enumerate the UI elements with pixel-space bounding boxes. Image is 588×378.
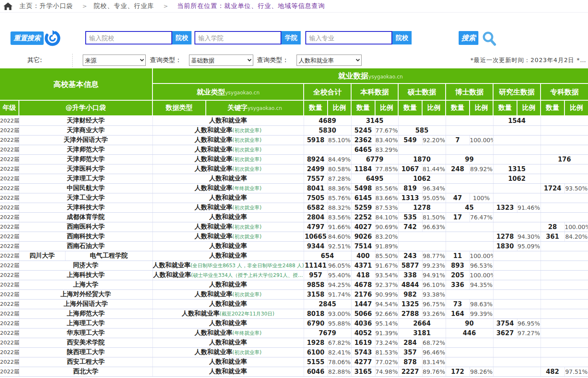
grade-cell: 2022届 [0,222,19,232]
table-row: 2022届天津师范大学人数和就业率(初次就业率)892484.49%677918… [0,154,588,164]
grade-cell: 2022届 [0,347,19,357]
update-time-note: *最近一次更新时间：2023年4月2日 *… [470,57,586,64]
ratio-cell: 89.76% [422,367,446,376]
table-row: 2022届西南医科大学人数和就业率(初次就业率)479791.66%402790… [0,222,588,232]
query-type-select[interactable]: 基础数据 [189,55,253,66]
ratio-cell: 96.46% [422,347,446,357]
data-type-cell: 人数和就业率 [152,174,304,183]
column-header-row: 年级 @升学小口袋 数据类型 关键字ysygaokao.cn 数量 比例 数量 … [0,100,588,116]
data-type-cell: 人数和就业率(全日制毕业生8653 人，非全日制毕业生2488 人) [152,261,304,270]
college-search-button[interactable]: 院校 [172,31,192,44]
count-cell: 549 [398,135,422,145]
count-cell [493,357,541,367]
ratio-cell: 81.44% [422,164,446,174]
header-ratio: 比例 [375,100,398,116]
ratio-cell: 92.66% [375,309,398,318]
ratio-cell: 91.46% [517,203,541,212]
table-row: 2022届陕西理工大学人数和就业率(初次就业率)610082.41%574381… [0,347,588,357]
count-cell [541,174,588,183]
ratio-cell: 95.05% [422,193,446,203]
header-employment-data: 就业数据ysygaokao.cn [152,68,588,83]
search-button[interactable]: 搜索 [459,31,478,45]
other-label: 其它: [27,56,42,64]
ratio-cell: 95.14% [375,318,398,328]
table-row: 2022届上海科技大学人数和就业率(硕士毕业生334人（授予上科大学位291人、… [0,270,588,280]
count-cell [446,289,493,299]
header-grade: 年级 [0,100,19,116]
count-cell: 248 [446,164,470,174]
breadcrumb-separator: > [163,3,168,9]
query-type2-select[interactable]: 人数和就业率 [297,55,362,66]
count-cell: 1067 [398,164,422,174]
count-cell: 2664 [398,318,446,328]
data-type-cell: 人数和就业率 [152,299,304,309]
data-type-cell: 人数和就业率(初次就业率) [152,347,304,357]
breadcrumb-library[interactable]: 院校、专业、行业库 [94,2,154,10]
count-cell: 6495 [351,174,398,183]
table-row: 2022届天津外国语大学人数和就业率(初次就业率)591885.10%23628… [0,135,588,145]
count-cell: 446 [446,328,493,338]
header-employment-type: 就业类型ysygaokao.cn [152,83,304,100]
table-row: 2022届西安美术学院人数和就业率192867.82%161973.24%284… [0,338,588,347]
ratio-cell: 100.00% [470,135,493,145]
count-cell [541,309,588,318]
header-ratio: 比例 [564,100,588,116]
ratio-cell: 93.50% [564,183,588,193]
table-row: 2022届中国民航大学人数和就业率(年终就业率)804188.36%549885… [0,183,588,193]
ratio-cell: 84.60% [328,232,351,241]
ratio-cell: 84.49% [328,154,351,164]
university-cell: 天津理工大学 [19,174,152,183]
count-cell: 7 [446,135,470,145]
data-type-cell: 人数和就业率(硕士毕业生334人（授予上科大学位291人、授… [152,270,304,280]
school-search-input[interactable] [194,31,281,44]
ratio-cell: 99.23% [422,261,446,270]
count-cell: 4371 [351,261,375,270]
ratio-cell: 76.47% [470,212,493,222]
table-row: 2022届上海师范大学人数和就业率(截至2022年11月30日)801893.0… [0,309,588,318]
count-cell [493,193,541,203]
data-type-cell: 人数和就业率(年终就业率) [152,328,304,338]
ratio-cell: 91.66% [328,222,351,232]
university-cell: 天津财经大学 [19,116,152,125]
data-type-cell: 人数和就业率 [152,241,304,251]
ratio-cell: 100.00% [564,222,588,232]
count-cell [493,367,541,376]
school-search-button[interactable]: 学院 [281,31,301,44]
major-search-button[interactable]: 院校 [392,31,412,44]
count-cell: 742 [398,222,422,232]
major-search-input[interactable] [305,31,392,44]
grade-cell: 2022届 [0,193,19,203]
reset-search-button[interactable]: 重置搜索 [10,31,44,45]
count-cell [493,183,541,193]
count-cell: 1830 [493,241,517,251]
ratio-cell: 94.91% [422,270,446,280]
ratio-cell: 96.53% [470,261,493,270]
breadcrumb-separator: > [82,3,87,9]
table-row: 2022届西北大学人数和就业率604682.88%316574.98%22278… [0,367,588,376]
data-type-cell: 人数和就业率 [152,193,304,203]
college-search-input[interactable] [85,31,172,44]
count-cell: 9858 [304,280,328,289]
data-type-cell: 人数和就业率(初次就业率) [152,222,304,232]
count-cell [541,145,588,154]
employment-table: 高校基本信息 就业数据ysygaokao.cn 就业类型ysygaokao.cn… [0,68,588,377]
count-cell [493,154,541,164]
count-cell: 7514 [351,241,375,251]
source-select[interactable]: 来源 [83,55,146,66]
count-cell: 90 [446,318,493,328]
university-cell: 天津医科大学 [19,164,152,174]
count-cell: 1544 [493,116,541,125]
refresh-icon[interactable] [45,30,60,46]
ratio-cell: 96.63% [422,222,446,232]
breadcrumb-home[interactable]: 主页：升学小口袋 [19,2,73,10]
ratio-cell: 93.38% [422,289,446,299]
grade-cell: 2022届 [0,280,19,289]
home-icon[interactable] [3,2,13,10]
count-cell [493,261,541,270]
ratio-cell: 97.51% [564,367,588,376]
ratio-cell: 82.41% [328,347,351,357]
magnifier-icon[interactable] [481,31,497,47]
count-cell [541,357,588,367]
count-cell: 284 [398,338,422,347]
count-cell: 7505 [304,193,328,203]
